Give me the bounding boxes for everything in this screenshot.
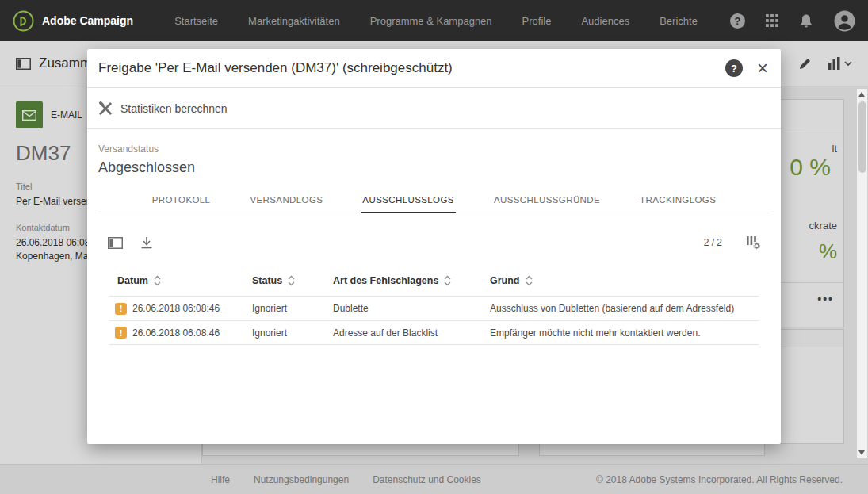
freigabe-modal: Freigabe 'Per E-Mail versenden (DM37)' (… bbox=[87, 49, 781, 444]
nav-audiences[interactable]: Audiences bbox=[581, 15, 629, 27]
compute-statistics-button[interactable]: Statistiken berechnen bbox=[87, 88, 781, 129]
column-header-status[interactable]: Status bbox=[252, 275, 333, 286]
scroll-up-icon[interactable] bbox=[858, 92, 865, 97]
sort-icon bbox=[154, 275, 161, 286]
modal-header: Freigabe 'Per E-Mail versenden (DM37)' (… bbox=[87, 49, 781, 88]
column-label: Grund bbox=[490, 275, 520, 286]
nav-startseite[interactable]: Startseite bbox=[174, 15, 218, 27]
compute-statistics-icon bbox=[98, 101, 113, 116]
warning-icon: ! bbox=[115, 303, 127, 315]
exclusion-logs-table: Datum Status Art des Fehlschlagens bbox=[109, 272, 759, 345]
download-icon[interactable] bbox=[140, 236, 153, 249]
vertical-scrollbar[interactable] bbox=[857, 89, 867, 458]
close-icon[interactable]: × bbox=[757, 59, 768, 78]
compute-statistics-label: Statistiken berechnen bbox=[120, 102, 228, 115]
nav-marketingaktivitaeten[interactable]: Marketingaktivitäten bbox=[248, 15, 340, 27]
configure-columns-icon[interactable] bbox=[746, 236, 761, 250]
scrollbar-thumb[interactable] bbox=[858, 101, 866, 173]
adobe-campaign-logo-icon bbox=[13, 10, 34, 32]
tab-ausschlussgruende[interactable]: AUSSCHLUSSGRÜNDE bbox=[492, 189, 602, 213]
main-nav: Startseite Marketingaktivitäten Programm… bbox=[174, 15, 698, 27]
sort-icon bbox=[444, 275, 451, 286]
navbar-actions: ? bbox=[730, 10, 868, 32]
table-row[interactable]: ! 26.06.2018 06:08:46 Ignoriert Adresse … bbox=[109, 320, 759, 345]
cell-datum: 26.06.2018 06:08:46 bbox=[132, 303, 220, 314]
column-label: Art des Fehlschlagens bbox=[333, 275, 438, 286]
column-label: Datum bbox=[117, 275, 148, 286]
screen: Adobe Campaign Startseite Marketingaktiv… bbox=[0, 0, 868, 494]
cell-status: Ignoriert bbox=[252, 303, 333, 314]
top-navbar: Adobe Campaign Startseite Marketingaktiv… bbox=[0, 0, 868, 41]
cell-art: Dublette bbox=[333, 303, 490, 314]
table-toolbar-left bbox=[108, 236, 153, 249]
column-header-grund[interactable]: Grund bbox=[490, 275, 759, 286]
table-row[interactable]: ! 26.06.2018 06:08:46 Ignoriert Dublette… bbox=[109, 296, 759, 320]
user-avatar[interactable] bbox=[834, 10, 855, 32]
warning-icon: ! bbox=[115, 327, 127, 339]
nav-programme-kampagnen[interactable]: Programme & Kampagnen bbox=[370, 15, 492, 27]
column-header-datum[interactable]: Datum bbox=[109, 275, 252, 286]
cell-status: Ignoriert bbox=[252, 327, 333, 339]
tab-trackinglogs[interactable]: TRACKINGLOGS bbox=[638, 189, 717, 213]
notifications-bell-icon[interactable] bbox=[799, 13, 813, 29]
brand-name: Adobe Campaign bbox=[42, 14, 133, 27]
record-counter: 2 / 2 bbox=[704, 237, 722, 248]
brand: Adobe Campaign bbox=[0, 10, 133, 32]
delivery-status: Versandstatus Abgeschlossen bbox=[87, 129, 781, 176]
sort-icon bbox=[526, 275, 533, 286]
view-columns-icon[interactable] bbox=[108, 237, 123, 249]
table-header-row: Datum Status Art des Fehlschlagens bbox=[109, 272, 759, 296]
modal-tabs: PROTOKOLL VERSANDLOGS AUSSCHLUSSLOGS AUS… bbox=[98, 189, 770, 213]
nav-berichte[interactable]: Berichte bbox=[660, 15, 698, 27]
cell-datum: 26.06.2018 06:08:46 bbox=[132, 327, 220, 339]
column-header-art[interactable]: Art des Fehlschlagens bbox=[333, 275, 490, 286]
modal-header-actions: ? × bbox=[725, 59, 768, 78]
column-label: Status bbox=[252, 275, 282, 286]
cell-art: Adresse auf der Blacklist bbox=[333, 327, 490, 339]
tab-protokoll[interactable]: PROTOKOLL bbox=[151, 189, 212, 213]
status-label: Versandstatus bbox=[98, 144, 768, 155]
tab-ausschlusslogs[interactable]: AUSSCHLUSSLOGS bbox=[361, 189, 456, 213]
help-icon[interactable]: ? bbox=[730, 13, 745, 29]
table-toolbar-right: 2 / 2 bbox=[704, 236, 761, 250]
scroll-down-icon[interactable] bbox=[858, 450, 865, 455]
cell-grund: Ausschluss von Dubletten (basierend auf … bbox=[490, 303, 759, 314]
nav-profile[interactable]: Profile bbox=[522, 15, 552, 27]
cell-grund: Empfänger möchte nicht mehr kontaktiert … bbox=[490, 327, 759, 339]
modal-title: Freigabe 'Per E-Mail versenden (DM37)' (… bbox=[98, 60, 453, 76]
sort-icon bbox=[288, 275, 295, 286]
status-value: Abgeschlossen bbox=[98, 159, 768, 176]
help-icon[interactable]: ? bbox=[725, 59, 743, 77]
apps-grid-icon[interactable] bbox=[766, 14, 778, 27]
tab-versandlogs[interactable]: VERSANDLOGS bbox=[248, 189, 324, 213]
table-toolbar: 2 / 2 bbox=[87, 213, 781, 272]
